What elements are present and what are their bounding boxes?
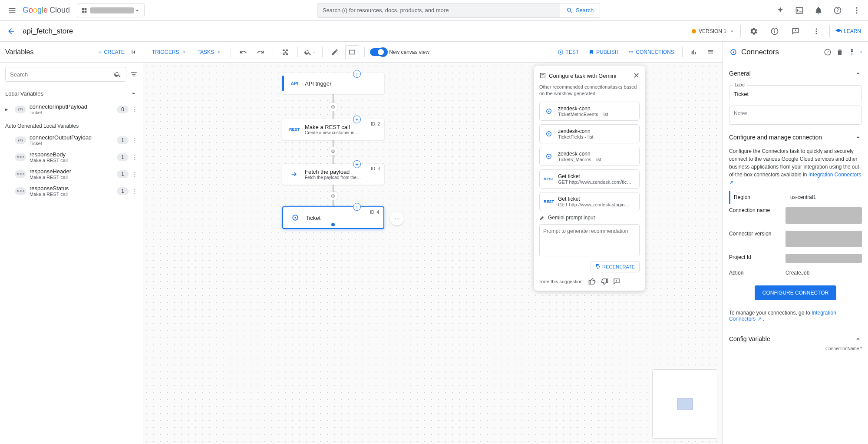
canvas-view-toggle[interactable]: ✓ — [370, 48, 385, 56]
add-node-icon[interactable]: + — [353, 70, 361, 78]
back-button[interactable] — [7, 27, 16, 36]
pin-icon[interactable] — [848, 48, 856, 56]
notifications-icon[interactable] — [811, 3, 826, 18]
feedback-icon[interactable] — [788, 23, 803, 39]
svg-rect-7 — [774, 29, 775, 30]
create-variable-button[interactable]: + CREATE — [98, 48, 125, 56]
connector-icon — [729, 48, 738, 56]
connections-button[interactable]: CONNECTIONS — [624, 49, 678, 55]
svg-point-15 — [294, 217, 296, 218]
add-node-icon[interactable]: + — [353, 203, 361, 211]
redo-icon[interactable] — [254, 45, 267, 59]
gemini-suggestion[interactable]: zendesk-connTicketFields - list — [539, 124, 640, 143]
configure-section-header[interactable]: Configure and manage connection — [729, 130, 862, 145]
rest-icon: REST — [288, 123, 300, 136]
svg-point-2 — [856, 7, 857, 8]
gemini-spark-icon[interactable] — [772, 3, 788, 18]
add-node-icon[interactable]: + — [353, 116, 361, 123]
version-selector[interactable]: VERSION 1 — [692, 28, 735, 34]
more-vert-icon[interactable] — [849, 3, 865, 18]
edge-config-icon[interactable]: ⚙ — [329, 103, 337, 111]
notes-field[interactable]: Notes — [729, 106, 862, 125]
node-api-trigger[interactable]: API API trigger — [282, 73, 384, 94]
report-icon[interactable] — [613, 278, 620, 285]
more-vert-icon[interactable]: ⋮ — [132, 137, 138, 143]
help-icon[interactable]: ? — [830, 3, 845, 18]
variables-title: Variables — [5, 48, 34, 56]
chevron-up-icon — [854, 335, 862, 343]
canvas-toggle-label: New canvas view — [389, 49, 429, 55]
more-vert-icon[interactable]: ⋮ — [132, 106, 138, 113]
undo-icon[interactable] — [236, 45, 250, 59]
more-vert-icon[interactable]: ⋮ — [132, 154, 138, 160]
search-button[interactable]: Search — [560, 3, 600, 18]
node-rest-call[interactable]: REST Make a REST callCreate a new custom… — [282, 119, 384, 140]
api-icon: API — [288, 77, 300, 89]
variable-row[interactable]: {J} connectorOutputPayloadTicket 1 ⋮ — [0, 132, 143, 149]
settings-icon[interactable] — [746, 23, 762, 39]
variable-row[interactable]: STR responseStatusMake a REST call 1 ⋮ — [0, 182, 143, 199]
project-selector[interactable] — [77, 3, 145, 17]
learn-button[interactable]: LEARN — [835, 28, 861, 35]
layout-icon[interactable] — [278, 45, 292, 59]
svg-text:?: ? — [836, 8, 839, 13]
gemini-prompt-label: Gemini prompt input — [539, 215, 640, 221]
svg-point-9 — [815, 28, 817, 30]
cloud-shell-icon[interactable] — [792, 3, 807, 18]
config-variable-header[interactable]: Config Variable — [729, 331, 862, 346]
autogen-header: Auto Generated Local Variables — [0, 118, 143, 132]
svg-point-10 — [815, 30, 817, 32]
collapse-panel-icon[interactable] — [130, 48, 138, 56]
more-vert-icon[interactable]: ⋮ — [132, 188, 138, 194]
expand-icon[interactable]: › — [860, 48, 862, 56]
general-section-header[interactable]: General — [729, 66, 862, 81]
google-cloud-logo[interactable]: Google Cloud — [23, 6, 70, 15]
tasks-dropdown[interactable]: TASKS — [194, 49, 225, 55]
gemini-subtitle: Other recommended connections/tasks base… — [539, 84, 640, 97]
gemini-panel: Configure task with Gemini ✕ Other recom… — [534, 66, 645, 291]
edge-config-icon[interactable]: ⚙ — [329, 192, 337, 200]
regenerate-button[interactable]: REGENERATE — [591, 261, 640, 272]
variable-search-input[interactable] — [5, 67, 126, 82]
analytics-icon[interactable] — [687, 45, 701, 59]
configure-connector-button[interactable]: CONFIGURE CONNECTOR — [755, 285, 836, 300]
label-field[interactable]: Label Ticket — [729, 85, 862, 101]
minimap[interactable] — [652, 369, 717, 439]
node-more-icon[interactable]: ⋯ — [390, 212, 404, 225]
info-icon[interactable] — [767, 23, 782, 39]
fit-icon[interactable] — [345, 45, 359, 59]
edge-config-icon[interactable]: ⚙ — [329, 147, 337, 156]
menu-icon[interactable] — [3, 2, 21, 19]
variable-row[interactable]: STR responseBodyMake a REST call 1 ⋮ — [0, 149, 143, 166]
svg-point-3 — [856, 10, 857, 11]
more-vert-icon[interactable] — [809, 23, 824, 39]
gemini-suggestion[interactable]: zendesk-connTicketMetricEvents - list — [539, 102, 640, 121]
help-icon[interactable]: ? — [824, 48, 832, 56]
project-id-placeholder — [785, 254, 862, 263]
thumbs-up-icon[interactable] — [588, 278, 596, 285]
search-input[interactable]: Search (/) for resources, docs, products… — [317, 3, 560, 18]
expand-icon[interactable]: ▸ — [5, 106, 11, 113]
gemini-suggestion[interactable]: REST Get ticketGET http://www.zendesk-st… — [539, 192, 640, 211]
gemini-suggestion[interactable]: zendesk-connTickets_Macros - list — [539, 147, 640, 166]
delete-icon[interactable] — [836, 48, 844, 56]
gemini-prompt-input[interactable] — [539, 224, 640, 256]
more-vert-icon[interactable]: ⋮ — [132, 171, 138, 177]
variable-row[interactable]: STR responseHeaderMake a REST call 1 ⋮ — [0, 166, 143, 182]
edit-icon[interactable] — [328, 45, 342, 59]
filter-icon[interactable] — [130, 70, 138, 78]
connector-icon — [544, 106, 554, 116]
add-node-icon[interactable]: + — [353, 160, 361, 168]
thumbs-down-icon[interactable] — [601, 278, 608, 285]
gemini-suggestion[interactable]: REST Get ticketGET http://www.zendesk.co… — [539, 169, 640, 189]
triggers-dropdown[interactable]: TRIGGERS — [149, 49, 191, 55]
test-button[interactable]: TEST — [554, 49, 582, 55]
zoom-icon[interactable] — [303, 45, 317, 59]
node-fetch-payload[interactable]: Fetch the payloadFetch the payload from … — [282, 164, 384, 185]
subheader: api_fetch_store VERSION 1 LEARN — [0, 21, 868, 42]
list-icon[interactable] — [703, 45, 717, 59]
local-variables-header[interactable]: Local Variables — [0, 86, 143, 101]
publish-button[interactable]: PUBLISH — [585, 49, 622, 55]
variable-row[interactable]: ▸ {J} connectorInputPayload Ticket 0 ⋮ — [0, 101, 143, 118]
close-icon[interactable]: ✕ — [633, 71, 640, 80]
